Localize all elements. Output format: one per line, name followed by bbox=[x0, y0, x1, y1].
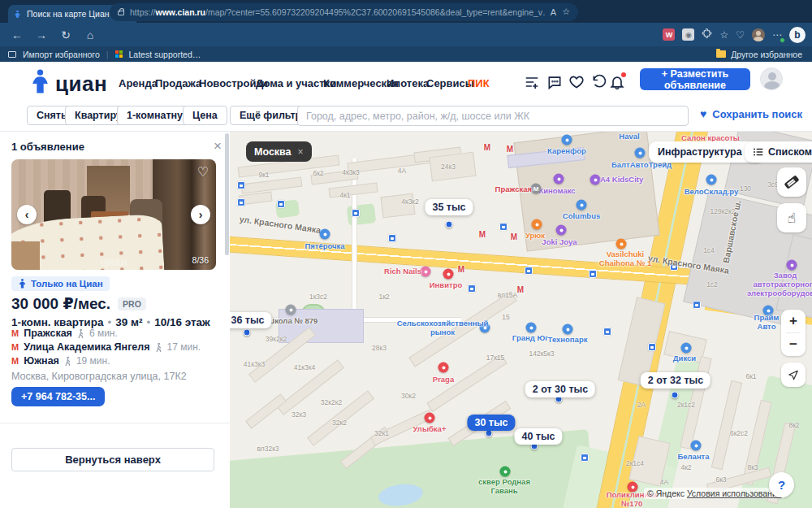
collections-icon[interactable]: ☆ bbox=[719, 29, 728, 41]
back-icon[interactable]: ← bbox=[5, 28, 29, 41]
favorites-heart-icon[interactable] bbox=[568, 74, 585, 90]
ulybka-plus-icon[interactable] bbox=[425, 413, 435, 423]
w-extension-icon[interactable]: W bbox=[663, 28, 675, 41]
a4-kidscity-icon[interactable] bbox=[590, 175, 601, 185]
price-marker-dot[interactable] bbox=[244, 329, 251, 336]
cian-badge-icon bbox=[18, 279, 27, 289]
browser-profile-avatar[interactable] bbox=[752, 28, 765, 41]
columbus-icon[interactable] bbox=[577, 200, 587, 211]
diksi-icon[interactable] bbox=[681, 343, 692, 354]
bookmark-import[interactable]: Импорт избранного bbox=[23, 50, 100, 59]
save-search-button[interactable]: ♥ Сохранить поиск bbox=[700, 107, 802, 120]
skver-rodnaya-gavan-icon[interactable] bbox=[500, 467, 511, 477]
more-menu-icon[interactable]: ⋯ bbox=[772, 29, 782, 41]
a4-kidscity-label: A4 KidsCity bbox=[600, 176, 643, 185]
other-favorites-label: Другое избранное bbox=[731, 50, 802, 59]
rich-nails-icon[interactable] bbox=[421, 267, 431, 277]
nav-prodazha[interactable]: Продажа bbox=[155, 77, 201, 89]
vasilchuki-chaihona-icon[interactable] bbox=[616, 239, 627, 250]
metro-row[interactable]: М Пражская 6 мин. bbox=[11, 328, 118, 339]
user-avatar[interactable] bbox=[760, 67, 783, 90]
nav-ipoteka[interactable]: Ипотека bbox=[387, 77, 429, 89]
bookmark-latest[interactable]: Latest supported… bbox=[129, 50, 201, 59]
nav-pik[interactable]: ПИК bbox=[468, 77, 490, 89]
price-marker[interactable]: 2 от 32 тыс bbox=[641, 372, 710, 389]
favorite-star-icon[interactable]: ☆ bbox=[562, 7, 570, 17]
attribution-terms-link[interactable]: Условия использования bbox=[687, 488, 782, 498]
messages-icon[interactable] bbox=[546, 74, 563, 90]
price-marker[interactable]: 30 тыс bbox=[467, 415, 515, 431]
praga-icon[interactable] bbox=[438, 363, 449, 373]
filter-price-button[interactable]: Цена bbox=[183, 106, 227, 125]
cian-logo[interactable]: циан bbox=[29, 69, 107, 94]
tehnopark-icon[interactable] bbox=[563, 324, 573, 335]
listing-photo[interactable]: циан ♡ ‹ › 8/36 bbox=[11, 159, 216, 270]
metro-row[interactable]: М Южная 19 мин. bbox=[11, 355, 110, 367]
home-icon[interactable]: ⌂ bbox=[78, 28, 102, 41]
notifications-bell-icon[interactable] bbox=[609, 74, 625, 90]
read-aloud-icon[interactable]: A bbox=[551, 7, 556, 17]
price-marker[interactable]: 2 от 30 тыс bbox=[525, 381, 595, 397]
invitro-icon[interactable] bbox=[443, 269, 454, 280]
locate-me-button[interactable] bbox=[781, 363, 806, 387]
forward-icon[interactable]: → bbox=[29, 28, 54, 41]
zavod-avtotraktornogo-icon[interactable] bbox=[787, 260, 797, 271]
photo-prev-icon[interactable]: ‹ bbox=[17, 205, 37, 224]
help-button[interactable]: ? bbox=[769, 472, 794, 497]
region-chip[interactable]: Москва × bbox=[246, 141, 312, 162]
refresh-icon[interactable]: ↻ bbox=[54, 28, 78, 41]
karenfor-icon[interactable] bbox=[562, 135, 572, 145]
bing-icon[interactable]: b bbox=[789, 27, 806, 43]
grand-yug-icon[interactable] bbox=[526, 323, 537, 333]
panel-divider bbox=[0, 423, 230, 423]
listing-specs: 1-комн. квартира•39 м²•10/16 этаж bbox=[11, 316, 210, 328]
transit-stop-icon bbox=[589, 270, 597, 278]
panel-close-icon[interactable]: × bbox=[214, 138, 222, 154]
zoom-in-button[interactable]: + bbox=[781, 310, 806, 332]
joki-joya-icon[interactable] bbox=[556, 225, 567, 236]
favorite-heart-icon[interactable]: ♡ bbox=[197, 164, 209, 180]
pyaterochka-icon[interactable] bbox=[320, 229, 330, 240]
url-text[interactable]: https://www.cian.ru/map/?center=55.60973… bbox=[130, 7, 545, 17]
baltavtotrade-icon[interactable] bbox=[635, 148, 646, 158]
back-to-top-button[interactable]: Вернуться наверх bbox=[11, 448, 214, 471]
house-number: 1с4 bbox=[703, 246, 715, 254]
velosklad-icon[interactable] bbox=[706, 175, 717, 185]
panel-scrollbar[interactable] bbox=[225, 133, 229, 255]
belanta-icon[interactable] bbox=[691, 441, 702, 451]
address-bar[interactable]: https://www.cian.ru/map/?center=55.60973… bbox=[110, 3, 578, 21]
extensions-puzzle-icon[interactable] bbox=[702, 28, 712, 41]
price-marker-dot[interactable] bbox=[672, 392, 679, 399]
region-chip-close-icon[interactable]: × bbox=[298, 146, 304, 158]
price-marker-dot[interactable] bbox=[446, 221, 453, 228]
haval-label: Haval bbox=[619, 132, 639, 141]
other-favorites[interactable]: Другое избранное bbox=[716, 46, 802, 62]
browser-essentials-icon[interactable]: ♡ bbox=[736, 29, 745, 41]
show-phone-button[interactable]: +7 964 782-35... bbox=[11, 387, 105, 406]
update-badge bbox=[780, 37, 785, 43]
history-icon[interactable] bbox=[591, 74, 607, 90]
saved-searches-icon[interactable] bbox=[524, 74, 540, 90]
measure-ruler-button[interactable] bbox=[777, 167, 806, 197]
geo-search-input[interactable] bbox=[297, 106, 689, 126]
prazhskaya-metro-icon[interactable]: М bbox=[531, 184, 542, 194]
hand-tool-button[interactable]: ☝ bbox=[777, 203, 806, 232]
photo-next-icon[interactable]: › bbox=[191, 205, 210, 224]
kinomax-icon[interactable] bbox=[554, 174, 564, 185]
nav-arenda[interactable]: Аренда bbox=[119, 77, 158, 89]
post-listing-button[interactable]: + Разместить объявление bbox=[640, 68, 750, 90]
price-marker[interactable]: 40 тыс bbox=[514, 428, 562, 445]
house-number: 41к3к3 bbox=[244, 360, 265, 368]
zoom-out-button[interactable]: − bbox=[781, 333, 806, 356]
photo-counter: 8/36 bbox=[192, 255, 209, 265]
metro-row[interactable]: М Улица Академика Янгеля 17 мин. bbox=[11, 341, 201, 353]
price-marker[interactable]: 35 тыс bbox=[425, 199, 473, 215]
shkola-879-icon[interactable] bbox=[286, 305, 296, 315]
only-on-cian-badge[interactable]: Только на Циан bbox=[11, 276, 110, 291]
price-marker[interactable]: 36 тыс bbox=[230, 312, 272, 328]
uryuk-icon[interactable] bbox=[532, 219, 542, 230]
list-view-button[interactable]: Списком bbox=[745, 141, 812, 163]
map[interactable]: КаренфорHavalБалтАвтоТрейдСалон красоты … bbox=[230, 132, 812, 508]
gray-extension-icon[interactable]: ◉ bbox=[682, 28, 694, 41]
transit-stop-icon bbox=[352, 209, 360, 217]
